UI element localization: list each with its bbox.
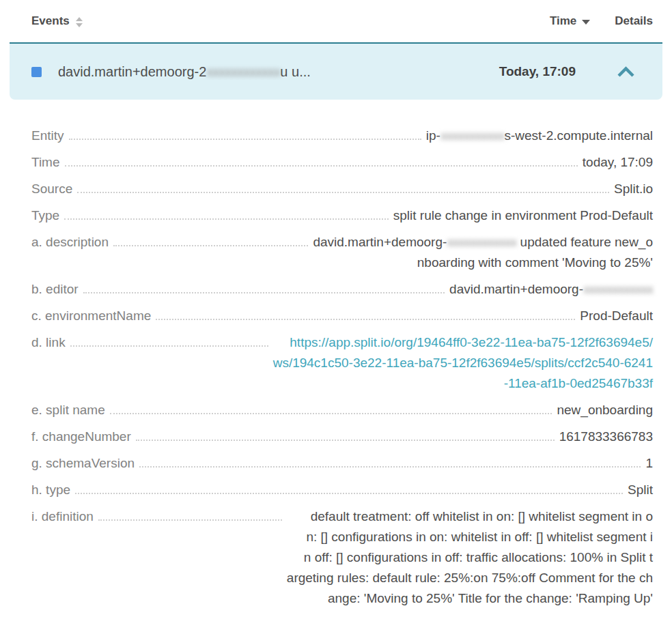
sort-desc-icon (76, 23, 83, 27)
detail-label: h. type (31, 480, 70, 500)
detail-value: david.martin+demoorg-xxxxxxxxxxxx update… (313, 232, 653, 273)
detail-value: david.martin+demoorg-xxxxxxxxxxxx (449, 279, 653, 300)
detail-label: b. editor (31, 279, 79, 300)
detail-row: h. typeSplit (31, 480, 653, 500)
dotted-leader (156, 306, 575, 320)
detail-row: a. descriptiondavid.martin+demoorg-xxxxx… (31, 232, 653, 273)
text-part: s-west-2.compute.internal (504, 128, 653, 143)
events-table-header: Events Time Details (0, 0, 672, 42)
detail-row: Typesplit rule change in environment Pro… (31, 205, 653, 226)
redacted-text: xxxxxxxxxxx (440, 128, 505, 143)
text-part: Prod-Default (580, 308, 653, 323)
dotted-leader (98, 506, 282, 521)
detail-value: new_onboarding (557, 400, 653, 420)
detail-row: g. schemaVersion1 (31, 453, 653, 474)
detail-label: e. split name (31, 400, 105, 420)
detail-row: f. changeNumber1617833366783 (31, 427, 653, 447)
detail-label: Type (31, 205, 59, 226)
detail-value: ip-xxxxxxxxxxxs-west-2.compute.internal (426, 126, 653, 146)
text-part: david.martin+demoorg- (449, 282, 583, 296)
dotted-leader (69, 126, 421, 140)
dotted-leader (83, 279, 445, 293)
details-column-header: Details (615, 14, 653, 28)
detail-label: c. environmentName (31, 306, 151, 326)
text-part: david.martin+demoorg-2 (58, 64, 206, 79)
text-part: https://app.split.io/org/19464ff0-3e22-1… (273, 335, 653, 390)
dotted-leader (65, 152, 578, 167)
detail-label: f. changeNumber (31, 427, 131, 447)
detail-label: d. link (31, 332, 66, 353)
events-column-label: Events (31, 14, 70, 28)
events-column-header[interactable]: Events (31, 14, 550, 28)
detail-label: i. definition (31, 506, 94, 527)
detail-value: Split (628, 480, 653, 500)
detail-row: Entityip-xxxxxxxxxxxs-west-2.compute.int… (31, 126, 653, 146)
dotted-leader (64, 205, 389, 220)
dotted-leader (75, 480, 623, 494)
text-part: david.martin+demoorg- (313, 235, 447, 249)
detail-label: a. description (31, 232, 109, 253)
text-part: Split (628, 483, 653, 497)
event-type-square-icon (31, 67, 42, 77)
detail-link[interactable]: https://app.split.io/org/19464ff0-3e22-1… (273, 335, 653, 390)
event-title: david.martin+demoorg-2xxxxxxxxxxxxu u... (58, 64, 499, 80)
text-part: Split.io (614, 182, 653, 196)
text-part: today, 17:09 (583, 155, 653, 169)
text-part: 1 (645, 456, 653, 470)
event-row-expanded[interactable]: david.martin+demoorg-2xxxxxxxxxxxxu u...… (10, 42, 662, 100)
sort-icon[interactable] (76, 17, 83, 27)
detail-value: today, 17:09 (583, 152, 653, 173)
event-details-panel: Entityip-xxxxxxxxxxxs-west-2.compute.int… (0, 100, 672, 609)
detail-row: i. definitiondefault treatment: off whit… (31, 506, 653, 609)
detail-row: b. editordavid.martin+demoorg-xxxxxxxxxx… (31, 279, 653, 300)
redacted-text: xxxxxxxxxxxx (206, 64, 280, 79)
dotted-leader (70, 332, 268, 347)
time-column-label: Time (550, 14, 576, 28)
sort-asc-icon (76, 17, 83, 21)
detail-value: split rule change in environment Prod-De… (393, 205, 653, 226)
detail-value: https://app.split.io/org/19464ff0-3e22-1… (273, 332, 653, 394)
detail-label: g. schemaVersion (31, 453, 135, 474)
collapse-chevron-icon[interactable] (617, 66, 635, 78)
detail-value: 1617833366783 (559, 427, 653, 447)
caret-down-icon (582, 20, 590, 25)
dotted-leader (113, 232, 308, 246)
text-part: split rule change in environment Prod-De… (393, 208, 653, 222)
text-part: ip- (426, 128, 440, 143)
text-part: new_onboarding (557, 403, 653, 417)
redacted-text: xxxxxxxxxxxx (583, 282, 653, 296)
detail-value: Prod-Default (580, 306, 653, 326)
text-part: u u... (280, 64, 310, 79)
text-part: default treatment: off whitelist in on: … (287, 509, 653, 605)
redacted-text: xxxxxxxxxxxx (447, 235, 516, 249)
detail-label: Entity (31, 126, 64, 146)
detail-label: Time (31, 152, 60, 173)
detail-value: 1 (645, 453, 653, 474)
detail-row: SourceSplit.io (31, 179, 653, 199)
detail-value: default treatment: off whitelist in on: … (287, 506, 653, 609)
dotted-leader (77, 179, 609, 193)
dotted-leader (110, 400, 552, 414)
detail-row: Timetoday, 17:09 (31, 152, 653, 173)
event-time: Today, 17:09 (499, 64, 576, 79)
detail-value: Split.io (614, 179, 653, 199)
time-column-header[interactable]: Time (550, 14, 590, 28)
detail-row: d. linkhttps://app.split.io/org/19464ff0… (31, 332, 653, 394)
dotted-leader (136, 427, 555, 441)
detail-row: e. split namenew_onboarding (31, 400, 653, 420)
detail-label: Source (31, 179, 72, 199)
text-part: 1617833366783 (559, 429, 653, 444)
dotted-leader (139, 453, 641, 468)
detail-row: c. environmentNameProd-Default (31, 306, 653, 326)
